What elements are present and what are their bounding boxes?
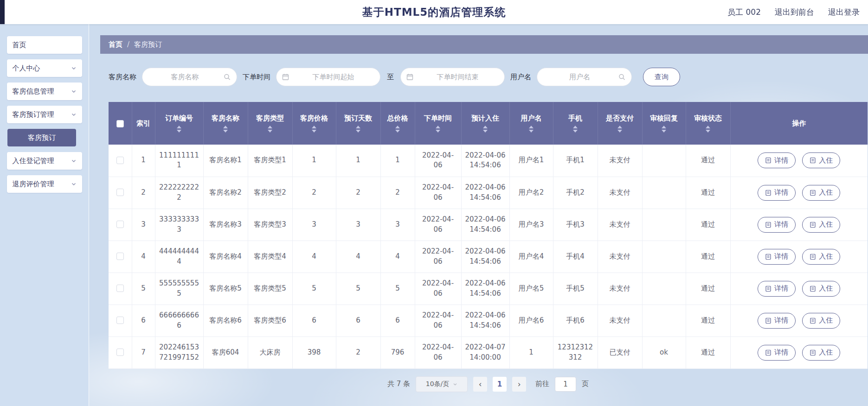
search-button[interactable]: 查询	[643, 68, 680, 86]
cell-actions: 详情 入住	[730, 177, 868, 209]
cell-actions: 详情 入住	[730, 145, 868, 177]
sidebar-item-personal-center[interactable]: 个人中心	[7, 59, 82, 77]
menu-label: 个人中心	[13, 64, 40, 73]
column-header-booking-days[interactable]: 预订天数	[336, 102, 380, 145]
column-header-room-type[interactable]: 客房类型	[248, 102, 292, 145]
row-checkbox[interactable]	[116, 349, 124, 356]
cell-payment-status: 未支付	[598, 273, 642, 304]
column-header-review-status[interactable]: 审核状态	[686, 102, 730, 145]
sidebar-item-room-booking-management[interactable]: 客房预订管理	[7, 106, 82, 123]
cell-phone: 手机4	[553, 241, 598, 273]
cell-order-number: 3333333333	[155, 209, 203, 241]
row-checkbox[interactable]	[116, 189, 124, 196]
sidebar-item-home[interactable]: 首页	[7, 36, 82, 54]
detail-button[interactable]: 详情	[758, 345, 796, 361]
cell-room-price: 5	[292, 273, 336, 304]
page-size-select[interactable]: 10条/页	[416, 376, 468, 392]
row-checkbox[interactable]	[116, 285, 124, 292]
cell-review-reply	[642, 273, 686, 304]
detail-button[interactable]: 详情	[758, 281, 796, 297]
cell-index: 4	[132, 241, 155, 273]
checkin-button[interactable]: 入住	[802, 281, 840, 297]
cell-booking-days: 5	[336, 273, 380, 304]
sort-icon	[312, 126, 316, 133]
checkin-button[interactable]: 入住	[802, 217, 840, 233]
cell-booking-days: 3	[336, 209, 380, 241]
cell-actions: 详情 入住	[730, 304, 868, 336]
detail-button[interactable]: 详情	[758, 217, 796, 233]
sidebar-item-room-booking[interactable]: 客房预订	[7, 129, 76, 146]
row-checkbox[interactable]	[116, 221, 124, 228]
room-name-input[interactable]	[142, 68, 237, 86]
breadcrumb-home[interactable]: 首页	[109, 40, 122, 49]
cell-expected-checkin: 2022-04-06 14:54:06	[461, 145, 509, 177]
cell-order-time: 2022-04-06	[415, 209, 461, 241]
detail-button-label: 详情	[774, 348, 788, 357]
cell-username: 用户名1	[509, 145, 553, 177]
search-icon	[618, 74, 625, 81]
cell-phone: 手机3	[553, 209, 598, 241]
document-icon	[810, 190, 816, 196]
detail-button[interactable]: 详情	[758, 313, 796, 329]
select-all-checkbox[interactable]	[116, 120, 124, 127]
checkin-button[interactable]: 入住	[802, 249, 840, 265]
next-page-button[interactable]: ›	[512, 377, 526, 392]
document-icon	[810, 317, 816, 324]
column-header-phone[interactable]: 手机	[553, 102, 598, 145]
column-header-order-time[interactable]: 下单时间	[415, 102, 461, 145]
column-header-username[interactable]: 用户名	[509, 102, 553, 145]
username-label: 用户名	[510, 73, 531, 82]
sidebar-item-room-info-management[interactable]: 客房信息管理	[7, 82, 82, 100]
cell-order-number: 1111111111	[155, 145, 203, 177]
exit-to-front-link[interactable]: 退出到前台	[775, 7, 814, 18]
row-checkbox[interactable]	[116, 253, 124, 260]
table-row: 6 6666666666 客房名称6 客房类型6 6 6 6 2022-04-0…	[109, 304, 868, 336]
cell-room-type: 客房类型5	[248, 273, 292, 304]
checkin-button-label: 入住	[819, 220, 833, 229]
logout-link[interactable]: 退出登录	[828, 7, 860, 18]
checkin-button-label: 入住	[819, 348, 833, 357]
column-header-total-price[interactable]: 总价格	[380, 102, 415, 145]
row-checkbox[interactable]	[116, 317, 124, 324]
cell-total-price: 796	[380, 336, 415, 368]
column-header-room-price[interactable]: 客房价格	[292, 102, 336, 145]
checkin-button[interactable]: 入住	[802, 313, 840, 329]
column-header-room-name[interactable]: 客房名称	[203, 102, 248, 145]
column-header-order-number[interactable]: 订单编号	[155, 102, 203, 145]
cell-total-price: 5	[380, 273, 415, 304]
cell-payment-status: 未支付	[598, 304, 642, 336]
detail-button[interactable]: 详情	[758, 185, 796, 201]
cell-room-type: 客房类型2	[248, 177, 292, 209]
column-header-review-reply[interactable]: 审核回复	[642, 102, 686, 145]
sort-icon	[268, 126, 272, 133]
checkin-button[interactable]: 入住	[802, 345, 840, 361]
table-row: 2 2222222222 客房名称2 客房类型2 2 2 2 2022-04-0…	[109, 177, 868, 209]
order-time-start-input[interactable]	[276, 68, 380, 86]
order-time-start-wrap	[276, 68, 380, 86]
menu-label: 首页	[13, 41, 26, 50]
goto-page-input[interactable]	[555, 377, 576, 392]
sidebar-item-checkout-review-management[interactable]: 退房评价管理	[7, 175, 82, 193]
checkin-button[interactable]: 入住	[802, 185, 840, 201]
page-number-button[interactable]: 1	[493, 377, 507, 392]
cell-room-type: 客房类型6	[248, 304, 292, 336]
column-header-payment-status[interactable]: 是否支付	[598, 102, 642, 145]
order-time-end-input[interactable]	[400, 68, 505, 86]
breadcrumb: 首页 / 客房预订	[100, 35, 868, 54]
prev-page-button[interactable]: ‹	[473, 377, 487, 392]
cell-select	[109, 336, 132, 368]
checkin-button-label: 入住	[819, 284, 833, 293]
checkin-button[interactable]: 入住	[802, 152, 840, 168]
cell-select	[109, 273, 132, 304]
row-checkbox[interactable]	[116, 157, 124, 164]
column-header-expected-checkin[interactable]: 预计入住	[461, 102, 509, 145]
username-input[interactable]	[537, 68, 632, 86]
table-header-row: 索引 订单编号 客房名称 客房类型 客房价格 预订天数 总价格 下单时间 预计入…	[109, 102, 868, 145]
cell-room-name: 客房名称2	[203, 177, 248, 209]
detail-button[interactable]: 详情	[758, 152, 796, 168]
chevron-down-icon	[453, 381, 457, 388]
detail-button[interactable]: 详情	[758, 249, 796, 265]
header-accent	[0, 0, 5, 24]
sidebar-item-checkin-management[interactable]: 入住登记管理	[7, 152, 82, 170]
sort-icon	[436, 126, 440, 133]
